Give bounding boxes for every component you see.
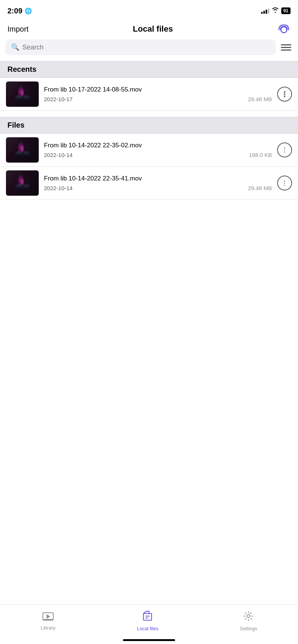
file-menu-button[interactable] (277, 176, 292, 190)
svg-point-24 (284, 185, 285, 186)
nav-settings[interactable]: Settings (232, 609, 265, 633)
local-files-icon (142, 611, 153, 624)
svg-point-5 (23, 95, 29, 98)
local-files-label: Local files (137, 626, 158, 631)
home-indicator (123, 639, 175, 641)
library-icon (42, 611, 54, 624)
svg-point-22 (284, 180, 285, 182)
file-meta: 2022-10-14 29.48 MB (44, 185, 272, 191)
nav-library[interactable]: Library (33, 610, 63, 632)
file-info: From lib 10-17-2022 14-08-55.mov 2022-10… (44, 86, 272, 102)
files-list: From lib 10-14-2022 22-35-02.mov 2022-10… (0, 134, 298, 200)
svg-point-8 (284, 96, 285, 97)
svg-rect-27 (43, 619, 53, 621)
svg-point-16 (284, 152, 285, 153)
svg-rect-30 (145, 618, 148, 618)
status-icons: 91 (261, 7, 291, 15)
recents-label: Recents (7, 65, 37, 73)
svg-point-7 (284, 94, 285, 95)
file-meta: 2022-10-17 29.48 MB (44, 96, 272, 102)
nav-local-files[interactable]: Local files (129, 609, 166, 633)
recents-section-header: Recents (0, 61, 298, 78)
files-section-header: Files (0, 117, 298, 134)
file-thumbnail (6, 81, 39, 107)
file-name: From lib 10-17-2022 14-08-55.mov (44, 86, 272, 93)
file-name: From lib 10-14-2022 22-35-02.mov (44, 142, 272, 149)
file-info: From lib 10-14-2022 22-35-02.mov 2022-10… (44, 142, 272, 158)
bottom-nav: Library Local files Settings (0, 604, 298, 644)
search-icon: 🔍 (11, 43, 19, 51)
svg-point-15 (284, 150, 285, 151)
globe-icon: 🌐 (25, 7, 32, 15)
wifi-icon (272, 7, 279, 15)
file-date: 2022-10-14 (44, 152, 73, 158)
file-size: 29.48 MB (248, 185, 272, 191)
recents-list: From lib 10-17-2022 14-08-55.mov 2022-10… (0, 78, 298, 111)
file-date: 2022-10-14 (44, 185, 73, 191)
recent-item-1[interactable]: From lib 10-17-2022 14-08-55.mov 2022-10… (0, 78, 298, 111)
status-bar: 2:09 🌐 91 (0, 0, 298, 20)
page-title: Local files (133, 24, 173, 34)
svg-point-13 (23, 151, 29, 154)
file-size: 198.0 KB (249, 152, 272, 158)
settings-label: Settings (240, 626, 257, 631)
battery-badge: 91 (281, 7, 291, 14)
file-size: 29.48 MB (248, 96, 272, 102)
settings-icon (243, 611, 254, 624)
svg-marker-26 (47, 614, 50, 619)
signal-bars (261, 8, 269, 14)
file-date: 2022-10-17 (44, 96, 73, 102)
svg-point-0 (281, 27, 287, 33)
file-item-1[interactable]: From lib 10-14-2022 22-35-02.mov 2022-10… (0, 134, 298, 167)
cast-button[interactable] (277, 23, 291, 35)
svg-rect-29 (145, 616, 150, 616)
svg-point-31 (247, 615, 250, 618)
search-input-wrapper[interactable]: 🔍 (5, 39, 276, 55)
files-label: Files (7, 121, 25, 129)
search-input[interactable] (22, 44, 270, 51)
menu-icon[interactable] (279, 43, 293, 52)
file-name: From lib 10-14-2022 22-35-41.mov (44, 175, 272, 182)
status-time: 2:09 (7, 7, 22, 15)
svg-point-6 (284, 92, 285, 93)
file-item-2[interactable]: From lib 10-14-2022 22-35-41.mov 2022-10… (0, 167, 298, 200)
file-thumbnail (6, 137, 39, 163)
file-menu-button[interactable] (277, 87, 292, 102)
search-bar: 🔍 (5, 39, 293, 55)
svg-rect-28 (143, 613, 152, 620)
header: Import Local files (0, 20, 298, 39)
import-button[interactable]: Import (7, 25, 29, 33)
file-thumbnail (6, 170, 39, 196)
file-meta: 2022-10-14 198.0 KB (44, 152, 272, 158)
library-label: Library (41, 625, 56, 631)
file-info: From lib 10-14-2022 22-35-41.mov 2022-10… (44, 175, 272, 191)
svg-point-23 (284, 183, 285, 184)
file-menu-button[interactable] (277, 142, 292, 157)
svg-point-14 (284, 147, 285, 148)
svg-point-21 (23, 184, 29, 187)
